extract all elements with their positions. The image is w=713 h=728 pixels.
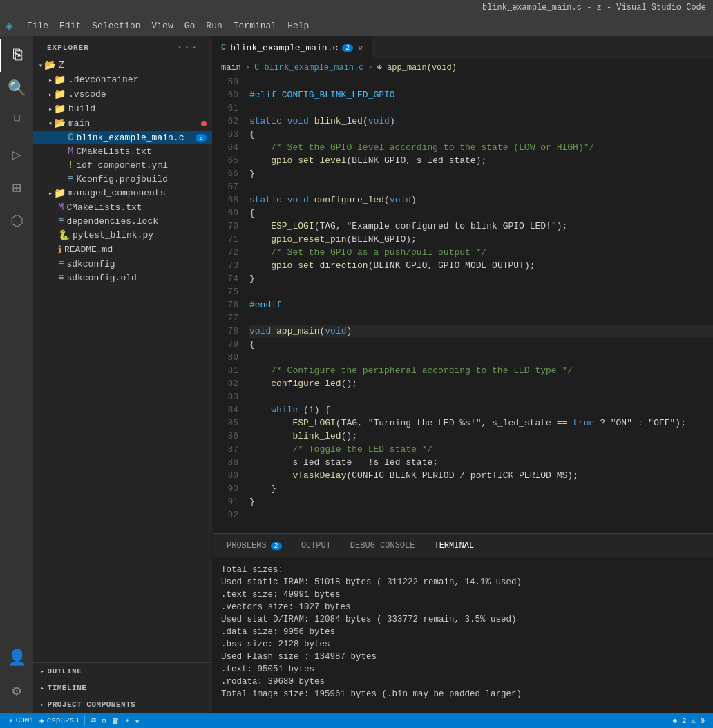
- file-icon: M: [68, 146, 73, 157]
- code-line: [249, 312, 713, 325]
- activity-icon-explorer[interactable]: ⎘: [0, 39, 33, 72]
- status-item-errors[interactable]: ⊗ 2 ⚠ 0: [670, 713, 707, 728]
- line-number: 91: [213, 495, 238, 508]
- tree-item-sdkconfig[interactable]: ≡sdkconfig: [33, 257, 212, 271]
- tree-label: managed_components: [68, 188, 165, 198]
- activity-icon-source-control[interactable]: ⑂: [0, 105, 33, 138]
- menu-item-terminal[interactable]: Terminal: [228, 18, 282, 34]
- line-number: 72: [213, 246, 238, 259]
- line-number: 80: [213, 351, 238, 364]
- line-number: 66: [213, 167, 238, 180]
- menu-item-view[interactable]: View: [146, 18, 179, 34]
- line-number: 79: [213, 338, 238, 351]
- menu-item-help[interactable]: Help: [282, 18, 314, 34]
- tree-item-sdkconfig-old[interactable]: ≡sdkconfig.old: [33, 271, 212, 285]
- tree-label: Z: [59, 60, 64, 70]
- terminal-line: Total sizes:: [221, 564, 705, 576]
- tree-item-main[interactable]: ▾📂main: [33, 116, 212, 131]
- terminal-line: Used Flash size : 134987 bytes: [221, 651, 705, 663]
- code-line: static void blink_led(void): [249, 115, 713, 128]
- sidebar-bottom-sections: ▸OUTLINE▸TIMELINE▸PROJECT COMPONENTS: [33, 662, 212, 713]
- activity-icon-accounts[interactable]: 👤: [0, 641, 33, 674]
- status-icon: ⚙: [102, 716, 106, 725]
- status-icon: ◈: [39, 716, 44, 725]
- activity-icon-search[interactable]: 🔍: [0, 72, 33, 105]
- status-item-flash-build[interactable]: ⚡: [122, 713, 133, 728]
- tree-item-cmakelists-root[interactable]: MCMakeLists.txt: [33, 200, 212, 214]
- panel-tab-problems[interactable]: PROBLEMS 2: [218, 537, 290, 555]
- breadcrumb-file[interactable]: C blink_example_main.c: [254, 63, 363, 73]
- menu-item-go[interactable]: Go: [179, 18, 201, 34]
- line-number: 87: [213, 443, 238, 456]
- file-icon: ℹ: [58, 244, 61, 256]
- section-label: PROJECT COMPONENTS: [48, 700, 136, 709]
- line-number: 77: [213, 312, 238, 325]
- active-tab[interactable]: C blink_example_main.c 2 ✕: [213, 36, 372, 59]
- sidebar-section-timeline[interactable]: ▸TIMELINE: [33, 680, 212, 696]
- code-line: [249, 102, 713, 115]
- tree-arrow: ▾: [48, 119, 53, 128]
- tab-file-icon: C: [221, 43, 226, 52]
- terminal-line: Used static IRAM: 51018 bytes ( 311222 r…: [221, 576, 705, 588]
- activity-icon-extensions[interactable]: ⊞: [0, 171, 33, 204]
- line-number: 60: [213, 88, 238, 102]
- breadcrumb-main[interactable]: main: [221, 63, 241, 73]
- status-item-gear-s[interactable]: ⚙: [99, 713, 109, 728]
- status-item-copy[interactable]: ⧉: [88, 713, 99, 728]
- error-badge: 2: [196, 134, 207, 142]
- tree-item-blink_example_main[interactable]: Cblink_example_main.c2: [33, 131, 212, 144]
- tree-item-vscode[interactable]: ▸📁.vscode: [33, 87, 212, 102]
- app-container: ⎘🔍⑂▷⊞⬡ 👤⚙ EXPLORER ··· ▾📂Z▸📁.devcontaine…: [0, 36, 713, 728]
- status-item-monitor[interactable]: ★: [132, 713, 142, 728]
- tree-item-kconfig[interactable]: ≡Kconfig.projbuild: [33, 172, 212, 186]
- panel-tab-terminal[interactable]: TERMINAL: [426, 537, 482, 555]
- panel-tab-output[interactable]: OUTPUT: [293, 537, 339, 555]
- activity-icon-settings[interactable]: ⚙: [0, 674, 33, 707]
- sidebar-section-project-components[interactable]: ▸PROJECT COMPONENTS: [33, 696, 212, 713]
- tree-item-idf-component[interactable]: !idf_component.yml: [33, 158, 212, 172]
- tree-item-dependencies[interactable]: ≡dependencies.lock: [33, 214, 212, 228]
- menu-item-file[interactable]: File: [21, 18, 54, 34]
- sidebar-section-outline[interactable]: ▸OUTLINE: [33, 663, 212, 680]
- tree-label: CMakeLists.txt: [76, 146, 151, 157]
- section-arrow: ▸: [40, 667, 45, 676]
- panel-tab-debug-console[interactable]: DEBUG CONSOLE: [342, 537, 424, 555]
- menu-item-selection[interactable]: Selection: [86, 18, 146, 34]
- code-line: [249, 390, 713, 403]
- tree-item-cmakelists-main[interactable]: MCMakeLists.txt: [33, 144, 212, 158]
- status-item-port[interactable]: ⚡COM1: [6, 713, 37, 728]
- menu-bar: ◈ FileEditSelectionViewGoRunTerminalHelp: [0, 15, 713, 36]
- tree-item-readme[interactable]: ℹREADME.md: [33, 242, 212, 257]
- tree-label: dependencies.lock: [66, 216, 158, 227]
- file-icon: 🐍: [58, 229, 70, 241]
- tab-close-button[interactable]: ✕: [357, 42, 363, 54]
- tree-item-managed-components[interactable]: ▸📁managed_components: [33, 186, 212, 200]
- status-item-trash[interactable]: 🗑: [109, 713, 122, 728]
- terminal-line: .rodata: 39680 bytes: [221, 676, 705, 688]
- tree-arrow: ▸: [48, 105, 53, 113]
- code-line: /* Toggle the LED state */: [249, 443, 713, 456]
- line-number: 86: [213, 430, 238, 443]
- tree-label: .devcontainer: [68, 75, 138, 85]
- tree-label: README.md: [64, 245, 113, 255]
- tree-item-build[interactable]: ▸📁build: [33, 102, 212, 116]
- section-label: TIMELINE: [48, 684, 87, 692]
- code-editor[interactable]: 5960616263646566676869707172737475767778…: [213, 75, 713, 533]
- content-area: ⎘🔍⑂▷⊞⬡ 👤⚙ EXPLORER ··· ▾📂Z▸📁.devcontaine…: [0, 36, 713, 713]
- code-line: #endif: [249, 298, 713, 312]
- line-number: 89: [213, 469, 238, 482]
- sidebar-menu-button[interactable]: ···: [176, 41, 198, 54]
- line-number: 61: [213, 102, 238, 115]
- tree-item-pytest-blink[interactable]: 🐍pytest_blink.py: [33, 228, 212, 242]
- activity-icon-esp-idf[interactable]: ⬡: [0, 204, 33, 238]
- tree-item-devcontainer[interactable]: ▸📁.devcontainer: [33, 73, 212, 87]
- line-number: 83: [213, 390, 238, 403]
- breadcrumb-function[interactable]: ⊕ app_main(void): [377, 62, 457, 73]
- menu-item-edit[interactable]: Edit: [54, 18, 86, 34]
- activity-icon-run-debug[interactable]: ▷: [0, 138, 33, 171]
- line-number: 73: [213, 259, 238, 272]
- tree-item-z-root[interactable]: ▾📂Z: [33, 58, 212, 73]
- status-item-chip[interactable]: ◈esp32s3: [37, 713, 82, 728]
- menu-item-run[interactable]: Run: [200, 18, 227, 34]
- terminal-content[interactable]: Total sizes:Used static IRAM: 51018 byte…: [213, 558, 713, 713]
